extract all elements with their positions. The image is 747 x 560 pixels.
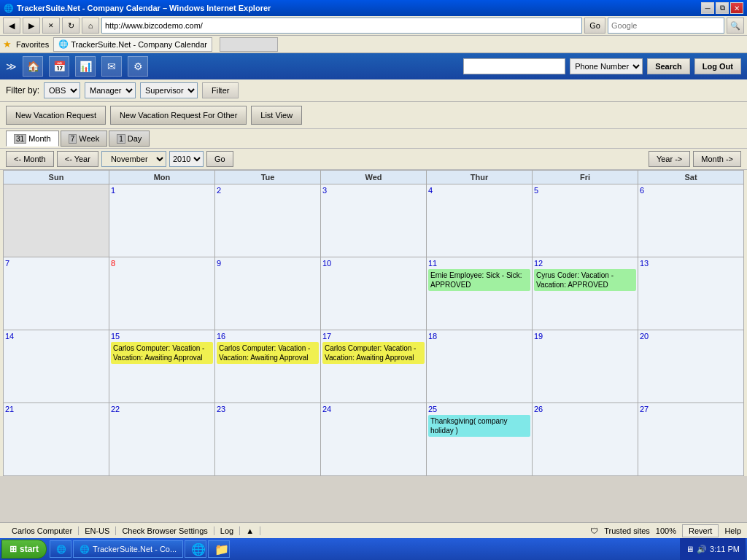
action-row: New Vacation Request New Vacation Reques… <box>0 102 747 129</box>
list-item[interactable]: Thanksgiving( company holiday ) <box>428 415 530 437</box>
header-tue: Tue <box>215 171 321 184</box>
table-cell: 22 <box>109 403 215 476</box>
new-vacation-button[interactable]: New Vacation Request <box>6 106 106 125</box>
tab-day[interactable]: 1 Day <box>109 131 150 147</box>
day-number[interactable]: 11 <box>428 259 437 268</box>
favorites-star-icon: ★ <box>3 39 12 50</box>
new-vacation-other-button[interactable]: New Vacation Request For Other <box>110 106 247 125</box>
title-bar-left: 🌐 TrackerSuite.Net - Company Calendar – … <box>4 4 271 13</box>
day-number[interactable]: 1 <box>111 186 115 195</box>
day-number[interactable]: 6 <box>640 186 644 195</box>
day-tab-icon: 1 <box>117 134 125 144</box>
day-number[interactable]: 23 <box>217 405 225 413</box>
day-number[interactable]: 7 <box>5 259 9 268</box>
list-item[interactable]: Carlos Computer: Vacation - Vacation: Aw… <box>111 342 213 364</box>
table-cell: 15 Carlos Computer: Vacation - Vacation:… <box>109 330 215 403</box>
tab-month[interactable]: 31 Month <box>6 131 59 147</box>
browser-search-button[interactable]: 🔍 <box>727 18 744 34</box>
day-number[interactable]: 16 <box>217 332 225 341</box>
browser-search-input[interactable] <box>608 18 724 34</box>
list-item[interactable]: Carlos Computer: Vacation - Vacation: Aw… <box>217 342 319 364</box>
week-row: 21 22 23 24 25 Thanksgiving( company hol… <box>4 403 744 476</box>
mail-icon[interactable]: ✉ <box>101 56 122 77</box>
day-number[interactable]: 21 <box>5 405 14 413</box>
table-cell: 21 <box>4 403 109 476</box>
table-cell: 8 <box>109 257 215 330</box>
table-cell: 14 <box>4 330 109 403</box>
table-cell: 25 Thanksgiving( company holiday ) <box>427 403 533 476</box>
stop-button[interactable]: ✕ <box>42 18 60 34</box>
close-button[interactable]: ✕ <box>730 2 743 14</box>
day-number[interactable]: 18 <box>428 332 437 341</box>
fav-tab-icon: 🌐 <box>58 39 69 49</box>
table-cell: 7 <box>4 257 109 330</box>
day-number[interactable]: 5 <box>534 186 538 195</box>
calendar-nav: <- Month <- Year November December 2010 … <box>0 149 747 170</box>
filter-bar: Filter by: OBS Manager Supervisor Filter <box>0 79 747 102</box>
day-number[interactable]: 2 <box>217 186 221 195</box>
day-number[interactable]: 4 <box>428 186 433 195</box>
tab-week[interactable]: 7 Week <box>61 131 107 147</box>
day-number[interactable]: 26 <box>534 405 543 413</box>
list-view-button[interactable]: List View <box>251 106 302 125</box>
back-button[interactable]: ◀ <box>3 18 20 34</box>
list-item[interactable]: Ernie Employee: Sick - Sick: APPROVED <box>428 269 530 291</box>
day-number[interactable]: 20 <box>640 332 649 341</box>
day-number[interactable]: 13 <box>640 259 649 268</box>
search-button[interactable]: Search <box>647 58 690 74</box>
month-tab-icon: 31 <box>14 134 26 144</box>
day-number[interactable]: 17 <box>322 332 331 341</box>
list-item[interactable]: Cyrus Coder: Vacation - Vacation: APPROV… <box>534 269 636 291</box>
title-bar: 🌐 TrackerSuite.Net - Company Calendar – … <box>0 0 747 16</box>
reports-icon[interactable]: 📊 <box>75 56 96 77</box>
day-number[interactable]: 10 <box>322 259 331 268</box>
day-number[interactable]: 27 <box>640 405 649 413</box>
table-cell: 19 <box>533 330 638 403</box>
day-number[interactable]: 14 <box>5 332 14 341</box>
go-button-calendar[interactable]: Go <box>206 151 233 167</box>
home-app-icon[interactable]: 🏠 <box>23 56 43 77</box>
prev-month-button[interactable]: <- Month <box>6 151 54 167</box>
month-select[interactable]: November December <box>101 151 166 167</box>
table-cell: 5 <box>533 184 638 257</box>
manager-select[interactable]: Manager <box>85 82 136 98</box>
supervisor-select[interactable]: Supervisor <box>140 82 198 98</box>
forward-button[interactable]: ▶ <box>23 18 40 34</box>
favorites-tab[interactable]: 🌐 TrackerSuite.Net - Company Calendar <box>53 37 212 52</box>
favorites-bar: ★ Favorites 🌐 TrackerSuite.Net - Company… <box>0 36 747 53</box>
next-year-button[interactable]: Year -> <box>649 151 690 167</box>
year-select[interactable]: 2010 2011 <box>169 151 204 167</box>
day-number[interactable]: 25 <box>428 405 437 413</box>
logout-button[interactable]: Log Out <box>694 58 741 74</box>
calendar-icon[interactable]: 📅 <box>49 56 69 77</box>
home-button[interactable]: ⌂ <box>82 18 99 34</box>
app-search-input[interactable] <box>463 58 565 74</box>
restore-button[interactable]: ⧉ <box>716 2 729 14</box>
address-bar[interactable] <box>101 18 582 34</box>
refresh-button[interactable]: ↻ <box>62 18 80 34</box>
prev-year-button[interactable]: <- Year <box>57 151 98 167</box>
day-number[interactable]: 15 <box>111 332 120 341</box>
fav-tab-label: TrackerSuite.Net - Company Calendar <box>71 40 207 49</box>
table-cell: 16 Carlos Computer: Vacation - Vacation:… <box>215 330 321 403</box>
filter-by-label: Filter by: <box>6 85 39 96</box>
table-cell: 2 <box>215 184 321 257</box>
filter-button[interactable]: Filter <box>202 82 239 98</box>
day-number[interactable]: 9 <box>217 259 221 268</box>
day-number[interactable]: 19 <box>534 332 543 341</box>
month-tab-label: Month <box>28 134 51 143</box>
window-title: TrackerSuite.Net - Company Calendar – Wi… <box>17 4 271 12</box>
day-number[interactable]: 8 <box>111 259 115 268</box>
day-number[interactable]: 12 <box>534 259 543 268</box>
day-number[interactable]: 24 <box>322 405 331 413</box>
next-month-button[interactable]: Month -> <box>693 151 741 167</box>
minimize-button[interactable]: ─ <box>701 2 714 14</box>
day-number[interactable]: 22 <box>111 405 120 413</box>
settings-icon[interactable]: ⚙ <box>128 56 148 77</box>
go-button[interactable]: Go <box>584 18 605 34</box>
day-number[interactable]: 3 <box>322 186 327 195</box>
obs-select[interactable]: OBS <box>44 82 80 98</box>
list-item[interactable]: Carlos Computer: Vacation - Vacation: Aw… <box>322 342 425 364</box>
phone-type-select[interactable]: Phone Number <box>570 58 643 74</box>
table-cell: 11 Ernie Employee: Sick - Sick: APPROVED <box>427 257 533 330</box>
